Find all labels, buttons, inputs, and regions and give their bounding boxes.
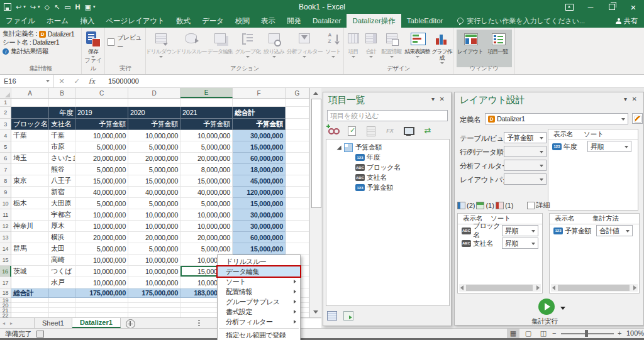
row-area-icon[interactable] [457,202,465,209]
cell-A18[interactable]: 総合計 [11,288,49,298]
cell-C11[interactable]: 10,000,000 [75,209,128,221]
cell-B10[interactable]: 大田原 [49,198,75,209]
cell-A21[interactable] [11,308,49,313]
cell-G13[interactable] [286,232,309,243]
close-button[interactable]: × [623,0,644,14]
scroll-down-icon[interactable] [313,310,318,314]
vertical-scroll-thumb[interactable] [311,99,321,208]
cell-E11[interactable]: 10,000,000 [180,209,233,221]
result-info-link[interactable]: i集計結果情報 [3,47,81,56]
cell-B16[interactable]: つくば [49,266,75,277]
list-item[interactable]: 123 予算金額 合計値 [550,224,639,237]
cell-G12[interactable] [286,221,309,232]
zoom-in-icon[interactable]: + [618,329,621,337]
cell-C5[interactable]: 5,000,000 [75,141,128,153]
cell-B6[interactable]: さいたま [49,153,75,164]
drilldown-button[interactable]: ドリルダウン [146,30,176,67]
cell-G8[interactable] [286,175,309,187]
page-layout-view-icon[interactable]: ▢ [522,329,535,338]
formula-value[interactable]: 15000000 [108,77,139,85]
cell-B19[interactable] [49,298,75,303]
cell-G10[interactable] [286,198,309,209]
column-header-a[interactable]: A [11,88,49,98]
tab-datalizer-operation[interactable]: Datalizer操作 [347,14,401,28]
cell-B21[interactable] [49,308,75,313]
cell-E2[interactable]: 2021 [180,107,233,119]
summary-area-icon[interactable] [496,202,504,209]
tab-page-layout[interactable]: ページレイアウト [100,14,170,28]
cell-F7[interactable]: 18,000,000 [233,164,286,175]
panel-menu-icon[interactable]: ▾ [624,96,627,102]
calculator-icon[interactable] [365,126,377,136]
tab-formulas[interactable]: 数式 [170,14,196,28]
scroll-up-icon[interactable] [313,92,318,95]
filter-button[interactable]: 絞り込み [262,30,287,67]
cell-E1[interactable] [180,99,233,107]
cell-B5[interactable]: 市原 [49,141,75,153]
cell-B9[interactable]: 新宿 [49,187,75,198]
row-header-8[interactable]: 8 [0,175,11,187]
cell-A3[interactable]: ブロック名 [11,119,49,130]
cell-A2[interactable] [11,107,49,119]
scroll-thumb[interactable] [558,285,630,291]
grid-tool-icon[interactable] [327,311,337,321]
cancel-icon[interactable]: ✕ [54,77,69,85]
menu-item-sort[interactable]: ソート [218,277,300,287]
row-header-9[interactable]: 9 [0,187,11,198]
cell-C14[interactable]: 5,000,000 [75,243,128,255]
cell-A16[interactable]: 茨城 [11,266,49,277]
row-header-19[interactable]: 19 [0,298,11,303]
horizontal-scroll-track[interactable] [299,319,321,328]
cell-E4[interactable]: 10,000,000 [180,130,233,141]
items-button[interactable]: 項目 [345,30,362,67]
cell-B7[interactable]: 熊谷 [49,164,75,175]
vertical-scrollbar[interactable] [309,88,321,317]
panel-close-icon[interactable]: ✕ [440,96,445,102]
cell-D2[interactable]: 2020 [128,107,180,119]
cell-E10[interactable]: 5,000,000 [180,198,233,209]
cell-B18[interactable] [49,288,75,298]
total-button[interactable]: 合計 [362,30,380,67]
tab-datalizer[interactable]: Datalizer [307,14,347,28]
preview-checkbox[interactable]: プレビュー [108,33,145,51]
cell-B13[interactable]: 横浜 [49,232,75,243]
cell-A20[interactable] [11,303,49,308]
horizontal-scrollbar[interactable] [551,284,638,292]
sheet-tab-datalizer1[interactable]: Datalizer1 [72,318,121,328]
tree-root-item[interactable]: 予算金額 [335,143,382,152]
cell-C10[interactable]: 5,000,000 [75,198,128,209]
cell-D11[interactable]: 10,000,000 [128,209,180,221]
tree-item-branch[interactable]: ABC 支社名 [352,173,387,182]
tab-data[interactable]: データ [196,14,230,28]
cell-D3[interactable]: 予算金額 [128,119,180,130]
row-header-12[interactable]: 12 [0,221,11,232]
cell-D15[interactable]: 10,000,000 [128,255,180,266]
menu-item-data-edit[interactable]: データ編集 [218,266,300,277]
tree-expander-icon[interactable] [336,145,341,150]
cell-F8[interactable]: 45,000,000 [233,175,286,187]
cell-D5[interactable]: 5,000,000 [128,141,180,153]
cell-D18[interactable]: 175,000,000 [128,288,180,298]
share-button[interactable]: 共有 [616,14,638,28]
cell-A5[interactable] [11,141,49,153]
tab-tableeditor[interactable]: TableEditor [401,14,449,28]
row-header-21[interactable]: 21 [0,308,11,313]
ribbon-display-options-button[interactable] [558,0,580,14]
cell-E9[interactable]: 40,000,000 [180,187,233,198]
cell-F11[interactable]: 30,000,000 [233,209,286,221]
result-table-adjust-button[interactable]: 結果表調整 [404,30,431,67]
cell-D16[interactable]: 10,000,000 [128,266,180,277]
insert-function-icon[interactable]: fx [84,77,99,85]
cell-E3[interactable]: 予算金額 [180,119,233,130]
cell-C16[interactable]: 10,000,000 [75,266,128,277]
list-item[interactable]: 123 年度 昇順 [548,140,638,153]
cell-A12[interactable]: 神奈川 [11,221,49,232]
cell-F5[interactable]: 15,000,000 [233,141,286,153]
cell-A17[interactable] [11,277,49,288]
cell-B15[interactable]: 高崎 [49,255,75,266]
column-header-f[interactable]: F [233,88,286,98]
cell-D6[interactable]: 20,000,000 [128,153,180,164]
cell-F10[interactable]: 15,000,000 [233,198,286,209]
cell-E8[interactable]: 15,000,000 [180,175,233,187]
cell-E14[interactable]: 5,000,000 [180,243,233,255]
